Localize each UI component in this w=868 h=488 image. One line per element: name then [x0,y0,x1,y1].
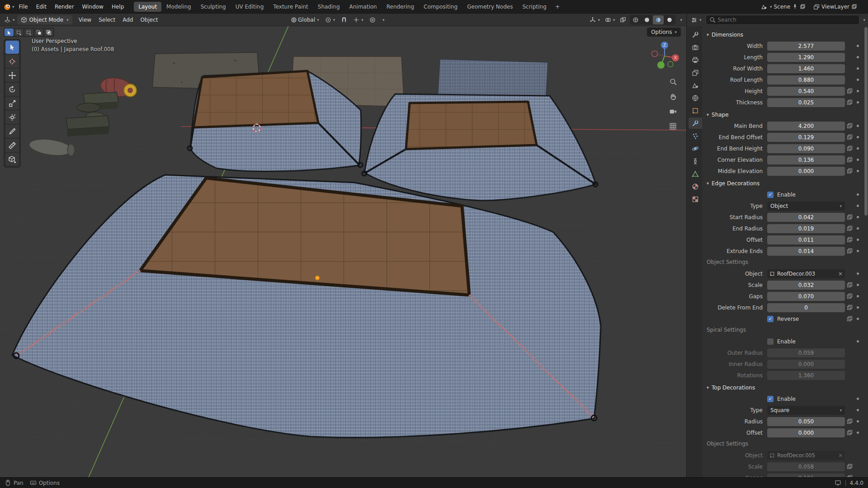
pivot-point-dropdown[interactable]: ▾ [324,16,337,24]
toggle-xray-button[interactable] [618,16,627,24]
properties-tab-physics[interactable] [689,143,702,154]
keyframe-dot-icon[interactable] [857,306,859,309]
section-header-top-decorations[interactable]: ▾Top Decorations [705,382,865,393]
keyframe-dot-icon[interactable] [857,398,859,400]
length-field[interactable]: 1.290 [767,53,845,62]
snap-settings-dropdown[interactable]: ▾ [352,16,365,24]
width-field[interactable]: 2.577 [767,42,845,51]
viewport-menu-select[interactable]: Select [95,15,119,24]
add-workspace-button[interactable]: + [552,2,564,11]
workspace-tab-texture-paint[interactable]: Texture Paint [269,2,312,12]
end-bend-height-field[interactable]: 0.090 [767,144,845,153]
decorator-icon[interactable] [845,282,854,288]
scrollbar[interactable] [864,27,868,476]
navigation-gizmo[interactable]: Z X [649,40,680,70]
keyframe-dot-icon[interactable] [857,159,859,161]
roof-model-large[interactable] [12,175,601,437]
select-mode-extend-button[interactable] [14,28,24,36]
select-mode-invert-button[interactable] [34,28,43,36]
shading-rendered-button[interactable] [664,15,675,24]
object-picker[interactable]: RoofDecor.005× [767,451,845,460]
tool-annotate-button[interactable] [5,125,19,138]
tool-rotate-button[interactable] [5,83,19,96]
properties-tab-material[interactable] [689,181,702,192]
properties-tab-constraints[interactable] [689,155,702,167]
decorator-icon[interactable] [845,168,854,174]
menu-render[interactable]: Render [51,2,78,11]
menu-window[interactable]: Window [78,2,108,11]
workspace-tab-modeling[interactable]: Modeling [162,2,196,12]
keyframe-dot-icon[interactable] [857,79,859,81]
tool-select-box-button[interactable] [5,41,19,54]
keyframe-dot-icon[interactable] [857,147,859,150]
middle-elevation-field[interactable]: 0.000 [767,167,845,176]
properties-tab-scene[interactable] [689,80,702,91]
viewport-canvas[interactable] [0,26,686,477]
height-field[interactable]: 0.540 [767,87,845,96]
decorator-icon[interactable] [845,88,854,94]
workspace-tab-layout[interactable]: Layout [134,2,161,12]
3d-viewport[interactable]: User Perspective (0) Assets | Japanese R… [0,26,686,477]
app-menu-chevron-icon[interactable]: ▾ [12,5,14,9]
outer-radius-field[interactable]: 0.059 [767,348,845,357]
gapps-field[interactable]: 0.191 [767,474,845,478]
shading-wireframe-button[interactable] [630,15,641,24]
prop-objects[interactable] [28,75,137,158]
extrude-ends-field[interactable]: 0.014 [767,247,845,256]
viewlayer-name[interactable]: ViewLayer [821,4,849,10]
menu-help[interactable]: Help [108,2,128,11]
keyframe-dot-icon[interactable] [857,295,859,297]
enable-checkbox[interactable]: ✓ [767,396,774,402]
decorator-icon[interactable] [845,293,854,299]
decorator-icon[interactable] [845,430,854,436]
properties-search[interactable] [706,15,860,25]
rotations-field[interactable]: 1.360 [767,371,845,380]
viewport-menu-add[interactable]: Add [119,15,137,24]
keyframe-dot-icon[interactable] [857,318,859,320]
tool-measure-button[interactable] [5,139,19,152]
keyframe-dot-icon[interactable] [857,250,859,252]
decorator-icon[interactable] [845,99,854,105]
decorator-icon[interactable] [845,145,854,151]
corner-elevation-field[interactable]: 0.136 [767,155,845,164]
delete-from-end-field[interactable]: 0 [767,303,845,312]
workspace-tab-geometry-nodes[interactable]: Geometry Nodes [462,2,517,12]
scene-browse-chevron-icon[interactable]: ▾ [770,5,772,9]
roof-length-field[interactable]: 0.880 [767,75,845,84]
tool-options-button[interactable]: Options▾ [647,28,681,37]
reverse-checkbox[interactable]: ✓ [767,316,774,322]
pin-icon[interactable] [792,4,798,9]
new-scene-icon[interactable] [800,4,806,9]
tool-add-cube-button[interactable] [5,153,19,166]
section-header-dimensions[interactable]: ▾Dimensions [705,29,865,40]
properties-tab-particles[interactable] [689,130,702,141]
object-origin-dot[interactable] [316,276,320,280]
search-input[interactable] [718,17,856,23]
workspace-tab-compositing[interactable]: Compositing [419,2,462,12]
object-picker[interactable]: RoofDecor.003× [767,269,845,278]
decorator-icon[interactable] [845,305,854,310]
offset-field[interactable]: 0.000 [767,428,845,437]
workspace-tab-scripting[interactable]: Scripting [518,2,551,12]
mode-dropdown[interactable]: Object Mode▾ [17,15,72,24]
section-header-shape[interactable]: ▾Shape [705,109,865,120]
radius-field[interactable]: 0.050 [767,417,845,426]
keyframe-dot-icon[interactable] [857,45,859,47]
toggle-grid-button[interactable] [668,122,678,131]
keyframe-dot-icon[interactable] [857,239,859,241]
workspace-tab-uv-editing[interactable]: UV Editing [231,2,269,12]
workspace-tab-sculpting[interactable]: Sculpting [196,2,231,12]
decorator-icon[interactable] [845,418,854,424]
decorator-icon[interactable] [845,464,854,469]
main-bend-field[interactable]: 4.200 [767,122,845,131]
keyframe-dot-icon[interactable] [857,216,859,218]
clear-object-icon[interactable]: × [838,453,843,458]
section-header-edge-decorations[interactable]: ▾Edge Decorations [705,178,865,189]
tool-transform-button[interactable] [5,111,19,124]
end-bend-offset-field[interactable]: 0.129 [767,133,845,142]
scrollbar-thumb[interactable] [864,27,868,216]
properties-tab-texture[interactable] [689,193,702,205]
decorator-icon[interactable] [845,157,854,163]
tool-move-button[interactable] [5,69,19,82]
workspace-tab-animation[interactable]: Animation [345,2,382,12]
